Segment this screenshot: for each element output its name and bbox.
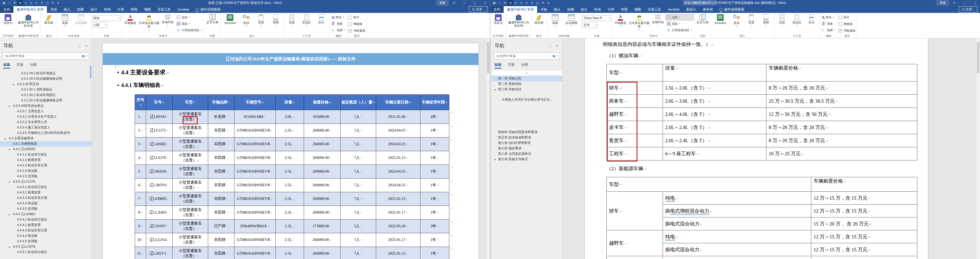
tab-file[interactable]: 文件 bbox=[0, 6, 13, 13]
justify-icon[interactable]: ≣ bbox=[18, 0, 23, 5]
nav-heading-item[interactable]: 4.4.2.5 交强险 bbox=[0, 174, 92, 179]
line-spacing-icon[interactable]: ⇕ bbox=[530, 0, 535, 5]
nav-heading-item[interactable]: 第一章 招标公告 bbox=[491, 76, 562, 81]
tab-table-design[interactable]: 表设计 bbox=[683, 6, 700, 13]
expand-triangle-icon[interactable] bbox=[8, 179, 10, 184]
nav-heading-item[interactable]: 4.3.3 HSE培训合格证 bbox=[0, 103, 92, 109]
nav-heading-item[interactable]: 4.4.2 辽L8S593 bbox=[0, 147, 92, 152]
document-page[interactable]: 明细表信息内容必须与车辆相关证件保持一致。） （1）燃油车辆 车型 排量 车辆购… bbox=[585, 38, 928, 259]
ribbon-tab[interactable]: 插入 bbox=[550, 6, 564, 13]
save-as-button[interactable]: 另存为 bbox=[491, 13, 505, 25]
undo-icon[interactable]: ↶ bbox=[497, 0, 503, 5]
vertical-scrollbar[interactable] bbox=[976, 38, 980, 259]
nav-scrollbar-thumb[interactable] bbox=[90, 65, 91, 79]
autofit-button[interactable]: 自动调整▾ bbox=[563, 13, 580, 27]
expand-triangle-icon[interactable] bbox=[8, 211, 10, 217]
nav-heading-item[interactable]: 第六章 QHSE管理要求 bbox=[491, 140, 562, 146]
autofit-button[interactable]: 自动调整▾ bbox=[73, 13, 90, 27]
align-center-icon[interactable]: ≡ bbox=[519, 0, 524, 5]
expand-triangle-icon[interactable] bbox=[8, 103, 10, 109]
font-color-button[interactable]: 字体颜色▾ bbox=[613, 13, 627, 27]
split-button[interactable]: 拆分 bbox=[314, 13, 328, 24]
nav-heading-item[interactable]: 4.3.2.29.2 机动车驾驶证 bbox=[0, 71, 92, 76]
save-as-button[interactable]: 另存为 bbox=[1, 13, 15, 25]
font-color-button[interactable]: 字体颜色▾ bbox=[123, 13, 137, 27]
cross-reference-button[interactable]: 交叉引用 bbox=[695, 13, 710, 24]
nav-heading-item[interactable]: 4.4.5.1 机动车行驶证 bbox=[0, 249, 92, 255]
borders-button[interactable]: 边框▾ bbox=[175, 14, 203, 20]
align-left-icon[interactable]: ≡ bbox=[513, 0, 519, 5]
ribbon-tab[interactable]: 设计 bbox=[87, 6, 100, 13]
nav-heading-item[interactable]: 4.4.4 辽L426B2 bbox=[0, 211, 92, 217]
expand-triangle-icon[interactable] bbox=[5, 136, 6, 141]
replace-button[interactable]: 替换 bbox=[821, 21, 837, 27]
gridlines-checkbox[interactable]: 网格线 bbox=[839, 21, 856, 27]
find-button[interactable]: 查找▾ bbox=[331, 14, 346, 20]
line-spacing-icon[interactable]: ⇕ bbox=[39, 0, 45, 5]
ribbon-tab[interactable]: 开始 bbox=[537, 6, 550, 13]
ribbon-tab[interactable]: 布局 bbox=[591, 6, 604, 13]
qat-menu-icon[interactable]: ▾ bbox=[56, 0, 61, 5]
compare-button[interactable]: 比较▾ bbox=[775, 13, 789, 27]
redo-icon[interactable]: ↻ bbox=[503, 0, 508, 5]
select-button[interactable]: 选择▾ bbox=[821, 27, 837, 33]
style-icon[interactable]: ▢ bbox=[45, 0, 50, 5]
tab-custom-addin[interactable]: 鑫晟宇标书汇专用 bbox=[13, 6, 47, 13]
navigation-pane-checkbox[interactable]: 导航窗格 bbox=[839, 28, 856, 34]
ribbon-display-options-icon[interactable]: ⊓ bbox=[449, 0, 459, 6]
addin-internal-button[interactable]: 鑫晟宇标书汇内部专用 bbox=[508, 13, 530, 27]
nav-heading-item[interactable]: 4.4.1 车辆明细表 bbox=[0, 141, 92, 147]
nav-heading-item[interactable]: 4.4.3.1 机动车行驶证 bbox=[0, 184, 92, 190]
ribbon-tab[interactable]: Acrobat bbox=[664, 6, 683, 13]
justify-icon[interactable]: ≣ bbox=[508, 0, 513, 5]
addin-internal-button[interactable]: 鑫晟宇标书汇内部专用 bbox=[17, 13, 40, 27]
smartart-button[interactable]: SmartArt bbox=[712, 13, 729, 25]
nav-heading-item[interactable]: 第三章 评标办法 bbox=[491, 87, 562, 92]
font-name-select[interactable]: 宋体▾ bbox=[92, 15, 121, 21]
ribbon-tab[interactable]: 设计 bbox=[578, 6, 591, 13]
nav-heading-item[interactable]: 第二章 投标须知 bbox=[491, 81, 562, 87]
tab-file[interactable]: 文件 bbox=[490, 6, 504, 13]
nav-heading-item[interactable]: 4.3.3.2 分管安全生产负责人 bbox=[0, 114, 92, 120]
header-button[interactable]: 页眉▾ bbox=[254, 13, 268, 27]
shapes-button[interactable]: 形状▾ bbox=[730, 13, 743, 27]
nav-heading-item[interactable]: 4.4.3.2 购置发票 bbox=[0, 190, 92, 195]
minimize-icon[interactable]: ─ bbox=[959, 0, 970, 6]
ruler-checkbox[interactable]: 标尺 bbox=[348, 14, 365, 21]
save-icon[interactable]: ▤ bbox=[492, 0, 497, 5]
minimize-icon[interactable]: ─ bbox=[459, 0, 469, 6]
align-right-icon[interactable]: ≡ bbox=[524, 0, 530, 5]
font-size-select[interactable]: 小四▾ bbox=[92, 22, 107, 28]
ribbon-tab[interactable]: 审阅 bbox=[617, 6, 631, 13]
compare-button[interactable]: 比较▾ bbox=[285, 13, 299, 27]
format-painter-button[interactable]: 格式刷 bbox=[532, 13, 546, 24]
ribbon-tab[interactable]: 绘图 bbox=[74, 6, 87, 13]
sign-in-button[interactable]: 登录 bbox=[936, 0, 949, 6]
nav-search-input[interactable] bbox=[496, 54, 551, 58]
smartart-button[interactable]: SmartArt bbox=[221, 13, 239, 25]
nav-heading-item[interactable]: 4.4.3 辽LF1375 bbox=[0, 179, 92, 184]
select-button[interactable]: 选择▾ bbox=[331, 27, 346, 33]
chevron-down-icon[interactable]: ⌄ bbox=[76, 44, 83, 48]
nav-tab-pages[interactable]: 页面 bbox=[17, 62, 24, 69]
share-button[interactable]: 共享▾ bbox=[959, 6, 977, 13]
document-page[interactable]: 辽河油田公司2026年生产值班运输服务(框架协议招标)——投标文件 4.4 主要… bbox=[103, 43, 479, 259]
shading-button[interactable]: 底纹▾ bbox=[666, 21, 693, 27]
split-button[interactable]: 拆分 bbox=[805, 13, 818, 24]
nav-heading-item[interactable]: 4.3.3.3 安全管理人员 bbox=[0, 120, 92, 125]
margins-button[interactable]: 页边距▾ bbox=[300, 13, 313, 27]
sign-in-button[interactable]: 登录 bbox=[436, 0, 449, 6]
gridlines-checkbox[interactable]: 网格线 bbox=[348, 21, 365, 27]
nav-heading-item[interactable]: 4.3.3.1 主要负责人 bbox=[0, 109, 92, 114]
nav-heading-item[interactable]: 4.3.3.5 关键岗位人员HSE培训承诺书 bbox=[0, 130, 92, 136]
ribbon-tab[interactable]: 视图 bbox=[141, 6, 154, 13]
nav-heading-item[interactable]: 4.3.2.30.1 居民身份证 bbox=[0, 87, 92, 92]
navigation-pane-checkbox[interactable]: 导航窗格 bbox=[348, 28, 365, 34]
align-left-icon[interactable]: ≡ bbox=[23, 0, 28, 5]
text-highlight-button[interactable]: 文本突出显示颜色▾ bbox=[138, 13, 160, 31]
tab-table-layout[interactable]: 表布局 bbox=[700, 6, 716, 13]
expand-triangle-icon[interactable] bbox=[494, 87, 495, 92]
ribbon-tab[interactable]: 引用 bbox=[604, 6, 617, 13]
redo-icon[interactable]: ↻ bbox=[12, 0, 18, 5]
tell-me-search[interactable]: 操作说明搜索 bbox=[716, 6, 748, 13]
